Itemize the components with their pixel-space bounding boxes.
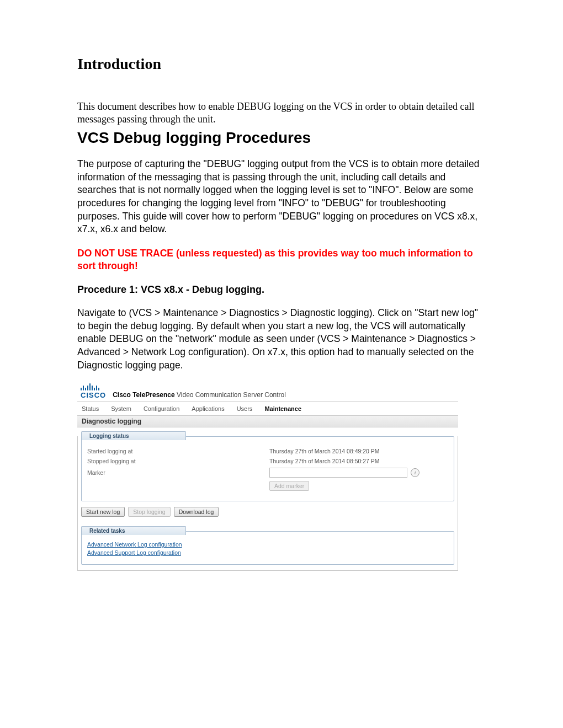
cisco-wordmark: CISCO [81,391,106,399]
stop-logging-button[interactable]: Stop logging [128,507,170,517]
page-heading-introduction: Introduction [77,55,486,73]
link-advanced-network-log-config[interactable]: Advanced Network Log configuration [87,541,448,548]
tab-status[interactable]: Status [82,405,99,412]
value-stopped-logging: Thursday 27th of March 2014 08:50:27 PM [269,458,380,464]
intro-paragraph: This document describes how to enable DE… [77,100,486,126]
label-marker: Marker [87,469,269,476]
row-marker: Marker i [87,468,448,478]
purpose-paragraph: The purpose of capturing the "DEBUG" log… [77,158,486,236]
cisco-logo: CISCO [81,383,106,399]
row-stopped-logging: Stopped logging at Thursday 27th of Marc… [87,458,448,464]
top-nav-tabs: Status System Configuration Applications… [77,402,458,416]
group-related-tasks: Related tasks Advanced Network Log confi… [81,531,454,565]
row-add-marker: Add marker [87,481,448,491]
brand-row: CISCO Cisco TelePresence Video Communica… [77,383,458,402]
add-marker-button[interactable]: Add marker [269,481,309,491]
panel-area: Logging status Started logging at Thursd… [77,436,458,571]
log-action-buttons: Start new log Stop logging Download log [81,507,454,517]
tab-maintenance[interactable]: Maintenance [264,405,301,412]
warning-paragraph: DO NOT USE TRACE (unless requested) as t… [77,247,486,273]
tab-applications[interactable]: Applications [192,405,224,412]
product-title-rest: Video Communication Server Control [175,391,286,399]
label-started-logging: Started logging at [87,448,269,454]
marker-input[interactable] [269,468,407,478]
tab-users[interactable]: Users [237,405,253,412]
product-title: Cisco TelePresence Video Communication S… [113,391,286,399]
group-tab-related-tasks: Related tasks [81,526,186,535]
group-logging-status: Logging status Started logging at Thursd… [81,436,454,501]
info-icon[interactable]: i [411,468,419,477]
start-new-log-button[interactable]: Start new log [81,507,125,517]
link-advanced-support-log-config[interactable]: Advanced Support Log configuration [87,549,448,556]
procedure-1-paragraph: Navigate to (VCS > Maintenance > Diagnos… [77,307,486,372]
tab-system[interactable]: System [111,405,131,412]
cisco-bars-icon [81,383,99,390]
value-started-logging: Thursday 27th of March 2014 08:49:20 PM [269,448,380,454]
row-started-logging: Started logging at Thursday 27th of Marc… [87,448,448,454]
group-tab-logging-status: Logging status [81,431,186,440]
section-title-diagnostic-logging: Diagnostic logging [77,416,458,427]
embedded-screenshot: CISCO Cisco TelePresence Video Communica… [77,383,458,571]
product-title-bold: Cisco TelePresence [113,391,175,399]
heading-vcs-debug-procedures: VCS Debug logging Procedures [77,129,486,147]
label-stopped-logging: Stopped logging at [87,458,269,464]
tab-configuration[interactable]: Configuration [144,405,179,412]
heading-procedure-1: Procedure 1: VCS x8.x - Debug logging. [77,284,486,296]
download-log-button[interactable]: Download log [174,507,219,517]
